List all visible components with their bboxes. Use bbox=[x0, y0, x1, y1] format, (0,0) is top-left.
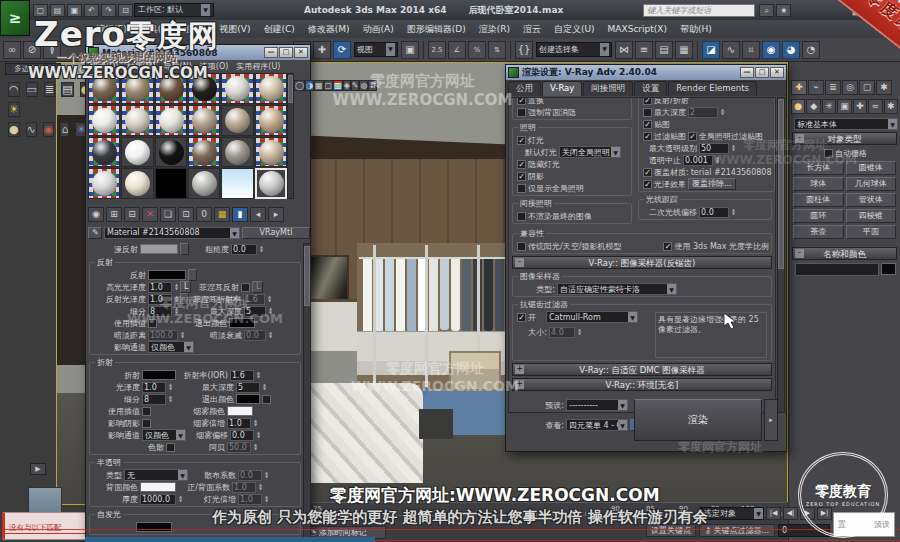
create-tab-icon[interactable]: ✚ bbox=[791, 80, 807, 95]
me-menu-模式(D)[interactable]: 模式(D) bbox=[90, 61, 118, 71]
numeric-field[interactable]: 0.0 bbox=[231, 244, 257, 255]
spinner-icon[interactable]: ▲▼ bbox=[169, 395, 172, 403]
sampler-type-dropdown[interactable]: 自适应确定性蒙特卡洛▼ bbox=[557, 283, 677, 295]
selection-filter-dropdown[interactable]: 选定对象 ▼ bbox=[700, 507, 764, 520]
menu-帮助(H)[interactable]: 帮助(H) bbox=[680, 23, 712, 36]
close-button[interactable]: ✕ bbox=[294, 47, 308, 58]
curve-editor-icon[interactable]: ∿ bbox=[722, 41, 740, 59]
menu-渲云[interactable]: 渲云 bbox=[523, 23, 541, 36]
teapot-icon[interactable]: ◠ bbox=[8, 82, 20, 97]
create-平面-button[interactable]: 平面 bbox=[846, 225, 897, 239]
rendered-frame-icon[interactable]: ◕ bbox=[782, 41, 800, 59]
hair-icon[interactable]: ∿ bbox=[26, 122, 37, 137]
autogrid-checkbox[interactable] bbox=[824, 149, 833, 158]
small-button[interactable] bbox=[180, 293, 189, 305]
spinner-icon[interactable]: ▲▼ bbox=[257, 431, 260, 439]
color-swatch[interactable] bbox=[140, 482, 176, 492]
bind-spacewarp-icon[interactable]: ≬ bbox=[43, 41, 61, 59]
numeric-field[interactable]: 1.6 bbox=[243, 294, 265, 305]
layer-manager-icon[interactable]: ▤ bbox=[655, 41, 673, 59]
checkbox[interactable]: ✓ bbox=[517, 160, 526, 169]
helpers-icon[interactable]: ✚ bbox=[853, 99, 867, 114]
numeric-field[interactable]: 1.0 bbox=[238, 494, 262, 505]
tab-V-Ray[interactable]: V-Ray bbox=[542, 81, 582, 96]
put-to-library-icon[interactable]: ⊡ bbox=[178, 207, 194, 222]
spinner-icon[interactable]: ▲▼ bbox=[268, 295, 271, 303]
shapes-icon[interactable]: ◆ bbox=[806, 99, 820, 114]
make-preview-icon[interactable]: ◈ bbox=[343, 80, 351, 91]
create-圆环-button[interactable]: 圆环 bbox=[793, 209, 844, 223]
key-filters-button[interactable]: ⚷ 关键点过滤器... bbox=[699, 524, 775, 537]
material-slot-24[interactable] bbox=[255, 168, 287, 199]
checkbox[interactable]: ✓ bbox=[688, 132, 697, 141]
table-icon[interactable]: ▤ bbox=[61, 82, 73, 97]
numeric-field[interactable]: 1.0 bbox=[232, 482, 256, 493]
display-icon[interactable]: ▭ bbox=[26, 82, 38, 97]
reference-coordinate-dropdown[interactable]: 视图▼ bbox=[354, 42, 398, 57]
small-button[interactable] bbox=[180, 243, 189, 255]
photometric-scale-checkbox[interactable]: ✓ bbox=[663, 242, 672, 251]
go-to-parent-icon[interactable]: ◂ bbox=[250, 207, 266, 222]
menu-创建(C)[interactable]: 创建(C) bbox=[263, 23, 294, 36]
spinner-icon[interactable]: ▲▼ bbox=[169, 383, 172, 391]
fetch-icon[interactable]: ⊡ bbox=[118, 4, 133, 17]
menu-组(G)[interactable]: 组(G) bbox=[183, 23, 206, 36]
snap-toggle-icon[interactable]: 2.5 bbox=[428, 41, 446, 59]
numeric-field[interactable]: 1000.0 bbox=[140, 494, 176, 505]
small-button[interactable]: 覆盖排除... bbox=[688, 178, 736, 190]
maximize-button[interactable]: □ bbox=[755, 67, 769, 78]
color-swatch[interactable] bbox=[140, 244, 178, 254]
expand-arrow-icon[interactable]: ▶ bbox=[30, 463, 46, 475]
rollout-environment[interactable]: + V-Ray:: 环境[无名] bbox=[512, 378, 772, 391]
menu-视图(V)[interactable]: 视图(V) bbox=[219, 23, 250, 36]
material-slot-5[interactable] bbox=[221, 73, 253, 104]
checkbox[interactable] bbox=[517, 184, 526, 193]
material-slot-6[interactable] bbox=[255, 73, 287, 104]
dialog-title-bar[interactable]: 渲染设置: V-Ray Adv 2.40.04 — □ ✕ bbox=[506, 65, 786, 80]
numeric-field[interactable]: 5 bbox=[244, 306, 266, 317]
3dsmax-logo-icon[interactable]: ≥ bbox=[0, 0, 30, 36]
geometry-icon[interactable]: ● bbox=[791, 99, 805, 114]
unlink-icon[interactable]: ⊘ bbox=[23, 41, 41, 59]
spinner-icon[interactable]: ▲▼ bbox=[265, 495, 268, 503]
material-editor-icon[interactable]: ◪ bbox=[702, 41, 720, 59]
numeric-field[interactable]: 1.0 bbox=[227, 418, 251, 429]
checkbox[interactable]: ✓ bbox=[517, 172, 526, 181]
checkbox[interactable] bbox=[142, 407, 151, 416]
sample-type-icon[interactable]: ◯ bbox=[294, 80, 305, 91]
filter-on-checkbox[interactable]: ✓ bbox=[517, 313, 526, 322]
select-and-link-icon[interactable]: ∞ bbox=[3, 41, 21, 59]
tab-设置[interactable]: 设置 bbox=[634, 81, 667, 96]
graphite-ribbon-icon[interactable]: ▦ bbox=[675, 41, 693, 59]
lights-icon[interactable]: ✳ bbox=[822, 99, 836, 114]
spinner-icon[interactable]: ▲▼ bbox=[269, 331, 272, 339]
spinner-icon[interactable]: ▲▼ bbox=[269, 307, 272, 315]
numeric-field[interactable]: 50 bbox=[699, 143, 729, 154]
spinner-snap-icon[interactable]: ⇅ bbox=[488, 41, 506, 59]
gizmo-icon[interactable]: ⌂ bbox=[60, 122, 69, 137]
prev-frame-icon[interactable]: ◀| bbox=[783, 507, 798, 520]
me-menu-材质(M)[interactable]: 材质(M) bbox=[126, 61, 155, 71]
render-production-icon[interactable]: ◔ bbox=[802, 41, 820, 59]
show-map-in-viewport-icon[interactable]: ▦ bbox=[214, 207, 230, 222]
checkbox[interactable]: ✓ bbox=[643, 97, 652, 105]
systems-icon[interactable]: ✱ bbox=[884, 99, 898, 114]
small-button[interactable]: L bbox=[180, 281, 191, 293]
checkbox[interactable] bbox=[517, 212, 526, 221]
go-start-icon[interactable]: |◀ bbox=[766, 507, 781, 520]
assign-material-icon[interactable]: ⊟ bbox=[124, 207, 140, 222]
minimize-button[interactable]: — bbox=[740, 67, 754, 78]
go-end-icon[interactable]: ▶| bbox=[817, 507, 832, 520]
background-icon[interactable]: ▦ bbox=[314, 80, 324, 91]
menu-编辑(E)[interactable]: 编辑(E) bbox=[96, 23, 127, 36]
dialog-scrollbar[interactable] bbox=[777, 97, 785, 413]
list-icon[interactable]: ≣ bbox=[44, 82, 55, 97]
numeric-field[interactable]: 0.001 bbox=[683, 155, 713, 166]
numeric-field[interactable]: 100.0 bbox=[148, 330, 178, 341]
vray-settings-scroll-area[interactable]: ✓置换强制背面消隐照明✓灯光默认灯光关闭全局照明▼✓隐藏灯光✓阴影仅显示全局照明… bbox=[508, 97, 776, 413]
checkbox[interactable] bbox=[517, 108, 526, 117]
spinner-icon[interactable]: ▲▼ bbox=[257, 371, 260, 379]
small-button[interactable]: L bbox=[252, 281, 263, 293]
material-slot-1[interactable] bbox=[88, 73, 120, 104]
named-selection-set-dropdown[interactable]: 创建选择集▼ bbox=[536, 42, 612, 57]
